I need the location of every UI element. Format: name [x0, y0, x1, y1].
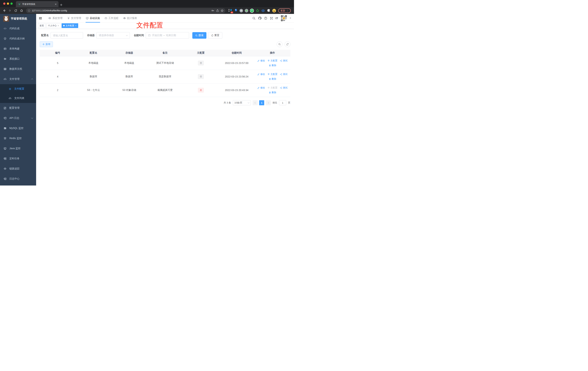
delete-link[interactable]: 删除 [269, 91, 276, 94]
github-icon[interactable] [258, 16, 262, 20]
date-end-placeholder: 结束日期 [166, 34, 176, 37]
eye-icon [4, 167, 7, 170]
search-icon[interactable] [252, 17, 255, 20]
balloon-extension-icon[interactable] [234, 9, 238, 13]
app-header: 系统管理 支付管理 基础设施 工作流程 统计报表 [36, 14, 294, 22]
nav-item-system[interactable]: 系统管理 [46, 14, 65, 22]
tag-home[interactable]: 首页 [38, 23, 45, 28]
sidebar-item-mysql-monitor[interactable]: MySQL 监控 [0, 123, 36, 133]
forward-icon[interactable] [8, 8, 12, 13]
nav-item-workflow[interactable]: 工作流程 [102, 14, 121, 22]
sidebar-item-code-demo[interactable]: 代码生成示例 [0, 34, 36, 44]
password-key-icon[interactable] [211, 9, 214, 12]
extensions-row: 11 ⌘ Y 更新 ⋮ [228, 8, 292, 13]
sidebar-item-java-monitor[interactable]: Java 监控 [0, 143, 36, 154]
sidebar-item-file-list[interactable]: 文件列表 [0, 94, 36, 103]
goto-page-input[interactable] [279, 100, 286, 105]
delete-link[interactable]: 删除 [269, 64, 276, 67]
table-refresh-button[interactable] [285, 41, 290, 47]
col-header-remark: 备注 [147, 51, 183, 54]
nav-item-infra[interactable]: 基础设施 [84, 14, 102, 22]
storage-select[interactable]: 请选择存储器 [96, 32, 130, 39]
test-link[interactable]: 测试 [280, 59, 287, 62]
sidebar-item-file-config[interactable]: 文件配置 [0, 84, 36, 94]
recorder-extension-icon[interactable] [245, 9, 248, 12]
test-link[interactable]: 测试 [280, 73, 287, 76]
sidebar-item-file-manage[interactable]: 文件管理 [0, 74, 36, 84]
chart-monitor-icon [4, 127, 7, 130]
chrome-update-button[interactable]: 更新 ⋮ [278, 8, 291, 13]
sidebar-item-system-api[interactable]: 系统接口 [0, 54, 36, 64]
add-button[interactable]: 新增 [40, 41, 53, 47]
fullscreen-icon[interactable] [270, 17, 273, 20]
config-name-input[interactable] [53, 34, 81, 37]
edit-link[interactable]: 修改 [257, 73, 265, 76]
window-zoom-button[interactable] [10, 2, 13, 5]
edit-link[interactable]: 修改 [257, 59, 265, 62]
bookmark-star-icon[interactable] [221, 9, 224, 12]
sidebar-item-scheduled-task[interactable]: 定时任务 [0, 154, 36, 164]
tag-profile[interactable]: 个人中心 [46, 23, 61, 28]
calendar-icon [148, 34, 151, 37]
app-logo[interactable]: 芋道管理系统 [0, 14, 36, 23]
star-extension-icon[interactable] [255, 9, 260, 13]
chrome-menu-icon[interactable]: ⋮ [286, 9, 289, 12]
window-minimize-button[interactable] [7, 2, 9, 5]
page-number-current[interactable]: 1 [259, 100, 264, 105]
font-size-icon[interactable]: tT [276, 17, 278, 20]
date-range-picker[interactable]: 开始日期 - 结束日期 [146, 32, 189, 39]
sidebar-fold-icon[interactable] [38, 15, 43, 21]
monitor-icon [4, 147, 7, 150]
tag-close-icon[interactable] [58, 25, 59, 26]
sidebar-item-redis-monitor[interactable]: Redis 监控 [0, 133, 36, 143]
prev-page-button[interactable] [253, 100, 258, 105]
tab-close-icon[interactable] [54, 3, 57, 6]
edit-square-icon [4, 106, 7, 109]
eye-extension-icon[interactable] [261, 9, 265, 13]
avatar[interactable] [281, 15, 287, 21]
home-icon[interactable] [19, 8, 24, 13]
tag-close-icon[interactable] [75, 25, 77, 26]
search-button[interactable]: 搜索 [192, 32, 206, 39]
sidebar-item-log-center[interactable]: 日志中心 [0, 174, 36, 184]
delete-link[interactable]: 删除 [269, 77, 276, 81]
next-page-button[interactable] [266, 100, 271, 105]
sidebar-item-form-builder[interactable]: 表单构建 [0, 44, 36, 54]
back-icon[interactable] [2, 8, 7, 13]
url-bar[interactable]: 127.0.0.1:1024/infra/file/file-config [26, 8, 225, 13]
y-extension-icon[interactable]: Y [250, 9, 254, 13]
command-extension-icon[interactable]: ⌘ [240, 9, 243, 12]
edit-link[interactable]: 修改 [257, 86, 265, 89]
browser-tab[interactable]: 芋道管理系统 [16, 1, 59, 7]
master-link[interactable]: 主配置 [267, 73, 277, 76]
reload-icon[interactable] [13, 8, 18, 13]
nav-item-pay[interactable]: 支付管理 [65, 14, 84, 22]
test-link[interactable]: 测试 [280, 86, 287, 89]
sidebar-item-trace[interactable]: 链路追踪 [0, 164, 36, 174]
tag-file-config[interactable]: 文件配置 [62, 23, 78, 28]
emoji-extension-icon[interactable] [272, 9, 276, 12]
table-header-row: 编号 配置名 存储器 备注 主配置 创建时间 操作 [40, 50, 290, 56]
sidebar-item-api-log[interactable]: API 日志 [0, 113, 36, 123]
sidebar-item-code-gen[interactable]: 代码生成 [0, 23, 36, 34]
user-menu-caret-icon[interactable] [290, 18, 291, 19]
master-link[interactable]: 主配置 [267, 59, 277, 62]
url-text[interactable]: 127.0.0.1:1024/infra/file/file-config [32, 9, 210, 12]
sidebar-item-db-doc[interactable]: 数据库文档 [0, 64, 36, 74]
site-info-icon[interactable] [28, 9, 30, 12]
goto-label: 前往 [273, 101, 277, 104]
table-search-toggle-button[interactable] [277, 41, 283, 47]
window-close-button[interactable] [3, 2, 5, 5]
page-size-select[interactable]: 10条/页 [233, 100, 251, 105]
share-icon[interactable] [216, 9, 219, 12]
page-title-overlay: 文件配置 [136, 21, 163, 30]
sidebar-item-config-manage[interactable]: 配置管理 [0, 103, 36, 113]
chevron-down-icon [31, 117, 33, 119]
reset-button[interactable]: 重置 [208, 32, 222, 39]
help-icon[interactable] [264, 17, 267, 20]
puzzle-extensions-icon[interactable] [267, 9, 271, 13]
table-row: 5 本地磁盘 本地磁盘 测试下本地存储 否 2022-03-15 23:57:0… [40, 56, 290, 70]
new-tab-button[interactable] [60, 4, 63, 6]
pinned-extension-icon[interactable]: 11 [228, 9, 232, 13]
sidebar: 芋道管理系统 代码生成 代码生成示例 表单构建 系统接口 数据库文档 [0, 14, 36, 186]
